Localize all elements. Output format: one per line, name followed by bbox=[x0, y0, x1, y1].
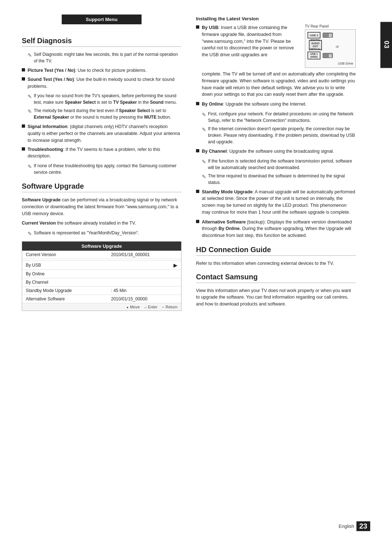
software-upgrade-title: Software Upgrade bbox=[22, 182, 181, 192]
note-icon: ✎ bbox=[202, 173, 206, 181]
version-format-note: ✎ Software is represented as "Year/Month… bbox=[28, 230, 181, 238]
usb2-row: USB 2 bbox=[307, 32, 333, 38]
sw-by-online-label: By Online bbox=[22, 270, 107, 278]
standby-upgrade-item: Standby Mode Upgrade: A manual upgrade w… bbox=[196, 189, 356, 216]
note-icon: ✎ bbox=[202, 126, 206, 134]
by-channel-note-1-text: If the function is selected during the s… bbox=[208, 158, 356, 171]
left-column: Support Menu Self Diagnosis ✎ Self Diagn… bbox=[22, 15, 181, 315]
install-title: Installing the Latest Version bbox=[196, 16, 356, 21]
page-number: 23 bbox=[356, 521, 370, 531]
signal-info-text: Signal Information: (digital channels on… bbox=[28, 123, 181, 144]
sw-by-usb-arrow: ▶ bbox=[107, 261, 181, 270]
footer-move-icon: ⬥ bbox=[126, 305, 129, 309]
side-tab: 03 Basic Features bbox=[380, 22, 392, 68]
sw-by-channel-value bbox=[107, 278, 181, 287]
note-icon: ✎ bbox=[28, 93, 32, 100]
by-online-note-1: ✎ First, configure your network. For det… bbox=[202, 111, 356, 124]
sw-row-label: Current Version bbox=[22, 251, 107, 259]
sw-table-header: Software Upgrade bbox=[22, 242, 181, 251]
note-icon: ✎ bbox=[202, 158, 206, 166]
sound-note-2-text: The melody be heard during the test even… bbox=[34, 107, 181, 120]
or-label: or bbox=[336, 45, 339, 49]
by-channel-note-2: ✎ The time required to download the soft… bbox=[202, 173, 356, 186]
by-channel-note-2-text: The time required to download the softwa… bbox=[208, 173, 356, 186]
sw-by-online-value bbox=[107, 270, 181, 278]
sw-row-standby[interactable]: Standby Mode Upgrade : 45 Min bbox=[22, 287, 181, 295]
sw-row-by-channel[interactable]: By Channel bbox=[22, 278, 181, 287]
by-usb-section: By USB: Insert a USB drive containing th… bbox=[196, 24, 356, 68]
troubleshooting-note-text: If none of these troubleshooting tips ap… bbox=[34, 163, 181, 176]
note-icon: ✎ bbox=[28, 52, 32, 59]
software-upgrade-table: Software Upgrade Current Version 2010/01… bbox=[22, 241, 181, 311]
right-column: Installing the Latest Version By USB: In… bbox=[196, 15, 356, 315]
by-usb-item: By USB: Insert a USB drive containing th… bbox=[196, 24, 301, 58]
footer-move-label: Move bbox=[130, 305, 140, 309]
by-online-note-1-text: First, configure your network. For detai… bbox=[208, 111, 356, 124]
by-online-item: By Online: Upgrade the software using th… bbox=[196, 101, 356, 108]
note-icon: ✎ bbox=[28, 230, 32, 238]
sw-row-value: 2010/01/18_000001 bbox=[107, 251, 181, 259]
note-icon: ✎ bbox=[202, 111, 206, 119]
by-channel-item: By Channel: Upgrade the software using t… bbox=[196, 148, 356, 155]
diagram-box: USB 2 DIGITALAUDIO OUT(OPTICAL) USB 1(HD… bbox=[305, 29, 356, 68]
side-tab-number: 03 bbox=[383, 41, 390, 49]
sw-standby-value: : 45 Min bbox=[107, 287, 181, 295]
sw-alt-label: Alternative Software bbox=[22, 295, 107, 303]
by-channel-note-1: ✎ If the function is selected during the… bbox=[202, 158, 356, 171]
page-footer: English 23 bbox=[339, 521, 370, 531]
by-channel-text: By Channel: Upgrade the software using t… bbox=[202, 148, 334, 155]
contact-samsung-section: Contact Samsung View this information wh… bbox=[196, 273, 356, 308]
bullet-icon bbox=[196, 149, 199, 152]
by-online-note-2: ✎ If the internet connection doesn't ope… bbox=[202, 126, 356, 145]
optical-port: DIGITALAUDIO OUT(OPTICAL) bbox=[309, 40, 322, 50]
by-usb-content: By USB: Insert a USB drive containing th… bbox=[202, 24, 301, 58]
sound-note-1-text: If you hear no sound from the TV's speak… bbox=[34, 93, 181, 106]
bullet-icon bbox=[196, 25, 199, 29]
sound-note-2: ✎ The melody be heard during the test ev… bbox=[28, 107, 181, 120]
bullet-icon bbox=[196, 102, 199, 105]
sw-by-channel-label: By Channel bbox=[22, 278, 107, 287]
sw-by-usb-label: By USB bbox=[22, 261, 107, 270]
current-version-note: Current Version the software already ins… bbox=[22, 220, 181, 227]
page-language: English bbox=[339, 523, 354, 529]
standby-upgrade-text: Standby Mode Upgrade: A manual upgrade w… bbox=[202, 189, 356, 216]
hd-connection-text: Refer to this information when connectin… bbox=[196, 260, 356, 267]
sw-row-by-online[interactable]: By Online bbox=[22, 270, 181, 278]
signal-info-item: Signal Information: (digital channels on… bbox=[22, 123, 181, 144]
usb-stick-1 bbox=[323, 33, 333, 38]
bullet-icon bbox=[22, 68, 25, 71]
sound-test-text: Sound Test (Yes / No): Use the built-in … bbox=[28, 76, 181, 90]
usb2-port: USB 2 bbox=[307, 32, 320, 38]
self-diagnosis-section: Self Diagnosis ✎ Self Diagnostic might t… bbox=[22, 37, 181, 176]
sw-standby-label: Standby Mode Upgrade bbox=[22, 287, 107, 295]
sw-row-by-usb[interactable]: By USB ▶ bbox=[22, 261, 181, 270]
usb1-row: USB 1(HDD) bbox=[307, 52, 333, 59]
software-upgrade-intro: Software Upgrade can be performed via a … bbox=[22, 197, 181, 217]
sw-alt-value: 2010/01/15_00000 bbox=[107, 295, 181, 303]
usb1-port: USB 1(HDD) bbox=[307, 52, 320, 59]
bullet-icon bbox=[22, 124, 25, 128]
contact-samsung-text: View this information when your TV does … bbox=[196, 287, 356, 308]
by-online-note-2-text: If the internet connection doesn't opera… bbox=[208, 126, 356, 145]
note-icon: ✎ bbox=[28, 163, 32, 171]
panel-label: TV Rear Panel bbox=[305, 24, 356, 28]
sw-row-alt-software[interactable]: Alternative Software 2010/01/15_00000 bbox=[22, 295, 181, 303]
self-diagnosis-intro-text: Self Diagnostic might take few seconds, … bbox=[34, 51, 181, 64]
usb-drive-label: USB Drive bbox=[307, 62, 353, 65]
sound-note-1: ✎ If you hear no sound from the TV's spe… bbox=[28, 93, 181, 106]
footer-enter-icon: ↵ bbox=[144, 305, 147, 309]
by-online-text: By Online: Upgrade the software using th… bbox=[202, 101, 306, 108]
hd-connection-title: HD Connection Guide bbox=[196, 246, 356, 256]
version-format-text: Software is represented as "Year/Month/D… bbox=[34, 230, 139, 236]
support-menu-header: Support Menu bbox=[62, 15, 142, 24]
bullet-icon bbox=[22, 77, 25, 81]
troubleshooting-note: ✎ If none of these troubleshooting tips … bbox=[28, 163, 181, 176]
hd-connection-section: HD Connection Guide Refer to this inform… bbox=[196, 246, 356, 267]
self-diagnosis-title: Self Diagnosis bbox=[22, 37, 181, 47]
bullet-icon bbox=[196, 220, 199, 223]
picture-test-text: Picture Test (Yes / No): Use to check fo… bbox=[28, 67, 147, 74]
usb-stick-2 bbox=[323, 53, 333, 58]
bullet-icon bbox=[22, 147, 25, 151]
picture-test-item: Picture Test (Yes / No): Use to check fo… bbox=[22, 67, 181, 74]
sw-row-current-version: Current Version 2010/01/18_000001 bbox=[22, 251, 181, 259]
